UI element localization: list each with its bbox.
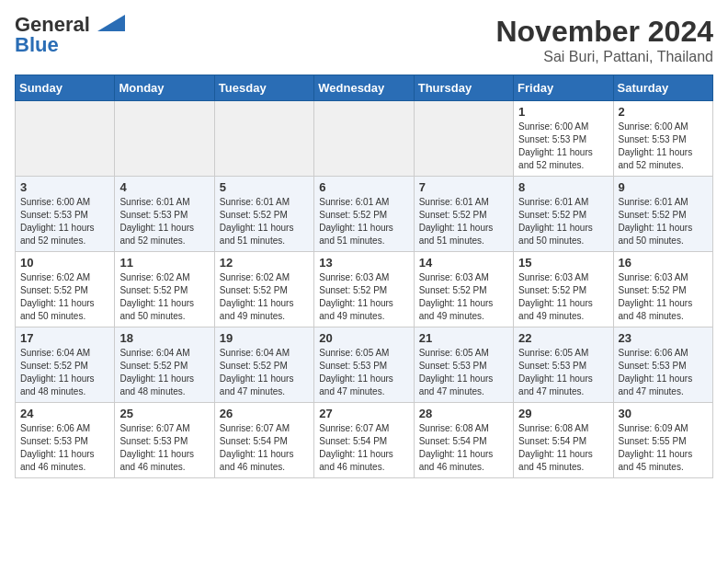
daylight-label: Daylight: 11 hours and 49 minutes. bbox=[220, 298, 294, 321]
calendar-cell: 28Sunrise: 6:08 AMSunset: 5:54 PMDayligh… bbox=[414, 403, 513, 478]
cell-content: Sunrise: 6:02 AMSunset: 5:52 PMDaylight:… bbox=[20, 271, 109, 323]
day-number: 1 bbox=[518, 105, 608, 119]
sunrise-label: Sunrise: 6:01 AM bbox=[220, 197, 290, 207]
daylight-label: Daylight: 11 hours and 50 minutes. bbox=[518, 223, 593, 246]
cell-content: Sunrise: 6:05 AMSunset: 5:53 PMDaylight:… bbox=[419, 347, 508, 398]
daylight-label: Daylight: 11 hours and 51 minutes. bbox=[419, 223, 494, 246]
week-row-3: 17Sunrise: 6:04 AMSunset: 5:52 PMDayligh… bbox=[16, 327, 713, 403]
day-number: 19 bbox=[220, 331, 309, 345]
calendar-cell bbox=[214, 101, 313, 177]
sunrise-label: Sunrise: 6:07 AM bbox=[220, 423, 290, 433]
sunrise-label: Sunrise: 6:03 AM bbox=[518, 272, 588, 282]
day-number: 26 bbox=[220, 407, 309, 420]
sunset-label: Sunset: 5:53 PM bbox=[20, 210, 88, 220]
sunset-label: Sunset: 5:52 PM bbox=[518, 285, 586, 295]
sunset-label: Sunset: 5:52 PM bbox=[20, 361, 88, 371]
calendar-cell: 11Sunrise: 6:02 AMSunset: 5:52 PMDayligh… bbox=[115, 252, 214, 327]
sunrise-label: Sunrise: 6:02 AM bbox=[220, 272, 290, 282]
sunrise-label: Sunrise: 6:05 AM bbox=[518, 348, 588, 358]
daylight-label: Daylight: 11 hours and 50 minutes. bbox=[119, 298, 194, 321]
day-number: 8 bbox=[518, 180, 608, 194]
sunset-label: Sunset: 5:53 PM bbox=[419, 361, 487, 371]
sunset-label: Sunset: 5:53 PM bbox=[119, 210, 188, 220]
month-title: November 2024 bbox=[495, 15, 713, 49]
daylight-label: Daylight: 11 hours and 49 minutes. bbox=[319, 298, 393, 321]
cell-content: Sunrise: 6:03 AMSunset: 5:52 PMDaylight:… bbox=[619, 271, 708, 323]
calendar-cell: 14Sunrise: 6:03 AMSunset: 5:52 PMDayligh… bbox=[414, 252, 513, 327]
cell-content: Sunrise: 6:06 AMSunset: 5:53 PMDaylight:… bbox=[20, 422, 109, 474]
calendar-cell: 25Sunrise: 6:07 AMSunset: 5:53 PMDayligh… bbox=[115, 403, 214, 478]
calendar-cell: 19Sunrise: 6:04 AMSunset: 5:52 PMDayligh… bbox=[214, 327, 313, 403]
sunset-label: Sunset: 5:52 PM bbox=[419, 210, 487, 220]
sunrise-label: Sunrise: 6:09 AM bbox=[619, 423, 688, 433]
sunrise-label: Sunrise: 6:05 AM bbox=[419, 348, 489, 358]
daylight-label: Daylight: 11 hours and 47 minutes. bbox=[220, 373, 294, 396]
calendar-cell bbox=[314, 101, 414, 177]
day-number: 3 bbox=[20, 180, 109, 194]
calendar-cell: 29Sunrise: 6:08 AMSunset: 5:54 PMDayligh… bbox=[514, 403, 613, 478]
sunrise-label: Sunrise: 6:03 AM bbox=[419, 272, 489, 282]
calendar-cell: 15Sunrise: 6:03 AMSunset: 5:52 PMDayligh… bbox=[514, 252, 613, 327]
cell-content: Sunrise: 6:01 AMSunset: 5:52 PMDaylight:… bbox=[619, 196, 708, 247]
weekday-header-friday: Friday bbox=[514, 75, 613, 101]
cell-content: Sunrise: 6:07 AMSunset: 5:54 PMDaylight:… bbox=[319, 422, 408, 474]
sunset-label: Sunset: 5:52 PM bbox=[220, 285, 288, 295]
calendar-cell: 18Sunrise: 6:04 AMSunset: 5:52 PMDayligh… bbox=[115, 327, 214, 403]
daylight-label: Daylight: 11 hours and 46 minutes. bbox=[419, 449, 494, 472]
day-number: 30 bbox=[619, 407, 708, 420]
calendar-cell: 12Sunrise: 6:02 AMSunset: 5:52 PMDayligh… bbox=[214, 252, 313, 327]
sunrise-label: Sunrise: 6:00 AM bbox=[518, 121, 588, 132]
logo-blue: Blue bbox=[15, 35, 59, 55]
cell-content: Sunrise: 6:03 AMSunset: 5:52 PMDaylight:… bbox=[319, 271, 408, 323]
sunset-label: Sunset: 5:52 PM bbox=[319, 210, 387, 220]
calendar-cell: 24Sunrise: 6:06 AMSunset: 5:53 PMDayligh… bbox=[16, 403, 115, 478]
calendar-cell: 7Sunrise: 6:01 AMSunset: 5:52 PMDaylight… bbox=[414, 177, 513, 252]
sunset-label: Sunset: 5:53 PM bbox=[518, 361, 586, 371]
daylight-label: Daylight: 11 hours and 47 minutes. bbox=[319, 373, 393, 396]
weekday-header-thursday: Thursday bbox=[414, 75, 513, 101]
day-number: 15 bbox=[518, 256, 608, 270]
sunrise-label: Sunrise: 6:04 AM bbox=[20, 348, 90, 358]
sunrise-label: Sunrise: 6:07 AM bbox=[319, 423, 389, 433]
day-number: 24 bbox=[20, 407, 109, 420]
sunrise-label: Sunrise: 6:04 AM bbox=[220, 348, 290, 358]
calendar-cell: 16Sunrise: 6:03 AMSunset: 5:52 PMDayligh… bbox=[613, 252, 712, 327]
sunset-label: Sunset: 5:52 PM bbox=[518, 210, 586, 220]
sunrise-label: Sunrise: 6:08 AM bbox=[419, 423, 489, 433]
day-number: 28 bbox=[419, 407, 508, 420]
calendar-cell: 30Sunrise: 6:09 AMSunset: 5:55 PMDayligh… bbox=[613, 403, 712, 478]
daylight-label: Daylight: 11 hours and 46 minutes. bbox=[20, 449, 95, 472]
cell-content: Sunrise: 6:01 AMSunset: 5:52 PMDaylight:… bbox=[419, 196, 508, 247]
calendar-cell: 6Sunrise: 6:01 AMSunset: 5:52 PMDaylight… bbox=[314, 177, 414, 252]
calendar-cell: 13Sunrise: 6:03 AMSunset: 5:52 PMDayligh… bbox=[314, 252, 414, 327]
calendar-cell: 2Sunrise: 6:00 AMSunset: 5:53 PMDaylight… bbox=[613, 101, 712, 177]
daylight-label: Daylight: 11 hours and 52 minutes. bbox=[619, 147, 693, 170]
day-number: 11 bbox=[119, 256, 209, 270]
calendar-cell: 22Sunrise: 6:05 AMSunset: 5:53 PMDayligh… bbox=[514, 327, 613, 403]
daylight-label: Daylight: 11 hours and 49 minutes. bbox=[419, 298, 494, 321]
weekday-header-wednesday: Wednesday bbox=[314, 75, 414, 101]
sunrise-label: Sunrise: 6:06 AM bbox=[619, 348, 688, 358]
daylight-label: Daylight: 11 hours and 51 minutes. bbox=[220, 223, 294, 246]
day-number: 14 bbox=[419, 256, 508, 270]
calendar-cell bbox=[16, 101, 115, 177]
day-number: 5 bbox=[220, 180, 309, 194]
cell-content: Sunrise: 6:04 AMSunset: 5:52 PMDaylight:… bbox=[220, 347, 309, 398]
day-number: 9 bbox=[619, 180, 708, 194]
logo: General Blue bbox=[15, 15, 125, 55]
sunrise-label: Sunrise: 6:00 AM bbox=[619, 121, 688, 132]
calendar-cell bbox=[414, 101, 513, 177]
day-number: 17 bbox=[20, 331, 109, 345]
weekday-header-saturday: Saturday bbox=[613, 75, 712, 101]
cell-content: Sunrise: 6:06 AMSunset: 5:53 PMDaylight:… bbox=[619, 347, 708, 398]
day-number: 6 bbox=[319, 180, 408, 194]
sunset-label: Sunset: 5:53 PM bbox=[119, 436, 188, 446]
cell-content: Sunrise: 6:02 AMSunset: 5:52 PMDaylight:… bbox=[220, 271, 309, 323]
day-number: 13 bbox=[319, 256, 408, 270]
day-number: 16 bbox=[619, 256, 708, 270]
calendar-cell: 26Sunrise: 6:07 AMSunset: 5:54 PMDayligh… bbox=[214, 403, 313, 478]
cell-content: Sunrise: 6:04 AMSunset: 5:52 PMDaylight:… bbox=[20, 347, 109, 398]
sunset-label: Sunset: 5:52 PM bbox=[319, 285, 387, 295]
sunset-label: Sunset: 5:53 PM bbox=[619, 361, 687, 371]
cell-content: Sunrise: 6:09 AMSunset: 5:55 PMDaylight:… bbox=[619, 422, 708, 474]
